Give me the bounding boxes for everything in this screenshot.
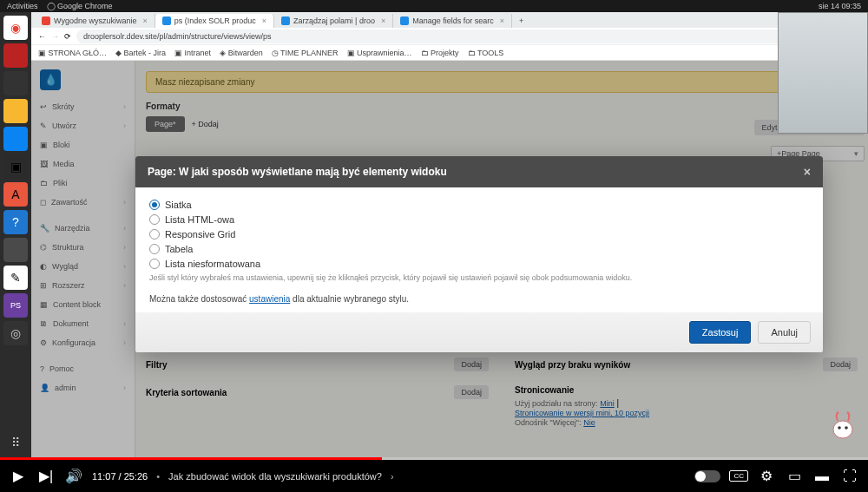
video-controls: ▶ ▶| 🔊 11:07 / 25:26 • Jak zbudować wido… [0,460,868,492]
bookmark-item[interactable]: 🗀 TOOLS [468,49,504,57]
modal-title: Page: W jaki sposób wyświetlane mają być… [148,166,447,178]
apply-button[interactable]: Zastosuj [689,321,752,344]
format-modal: Page: W jaki sposób wyświetlane mają być… [135,156,823,352]
app-indicator[interactable]: ◯ Google Chrome [47,2,113,10]
bookmark-item[interactable]: ◷ TIME PLANNER [272,49,339,57]
modal-header: Page: W jaki sposób wyświetlane mają być… [135,156,823,187]
url-input[interactable]: drooplersolr.ddev.site/pl/admin/structur… [76,30,787,43]
radio-icon [149,214,160,225]
dock-app-icon[interactable] [3,127,28,151]
dock-terminal-icon[interactable]: ▣ [3,154,28,179]
next-icon[interactable]: ▶| [36,467,56,486]
nav-fwd-icon[interactable]: → [51,32,59,41]
cancel-button[interactable]: Anuluj [758,321,811,344]
dock-phpstorm-icon[interactable]: PS [3,293,28,318]
reload-icon[interactable]: ⟳ [64,32,71,41]
play-icon[interactable]: ▶ [9,467,28,486]
ubuntu-topbar: Activities ◯ Google Chrome sie 14 09:35 [0,0,868,12]
bookmark-item[interactable]: 🗀 Projekty [421,49,459,57]
chrome-tabstrip: Wygodne wyszukiwanie× ps (Index SOLR pro… [31,12,868,28]
dock-chrome-icon[interactable]: ◉ [3,16,28,40]
dock-apps-icon[interactable]: ⠿ [3,430,28,455]
ubuntu-dock: ◉ ▣ A ? ✎ PS ◎ ⠿ [0,12,31,460]
fullscreen-icon[interactable]: ⛶ [840,467,859,486]
radio-option[interactable]: Responsive Grid [149,229,809,239]
bookmark-item[interactable]: ▣ STRONA GŁÓ… [38,49,107,57]
dock-app-icon[interactable] [3,238,28,262]
svg-point-2 [838,426,841,430]
close-icon[interactable]: × [500,16,504,25]
bookmark-item[interactable]: ◆ Bartek - Jira [115,49,166,57]
radio-option[interactable]: Lista HTML-owa [149,214,809,225]
radio-icon [149,244,160,254]
browser-tab[interactable]: Wygodne wyszukiwanie× [35,14,155,28]
close-icon[interactable]: × [142,16,147,25]
address-bar: ← → ⟳ drooplersolr.ddev.site/pl/admin/st… [31,28,868,45]
radio-icon [149,200,160,210]
close-icon[interactable]: × [381,16,385,25]
clock[interactable]: sie 14 09:35 [819,2,861,10]
modal-hint: Jeśli styl który wybrałeś ma ustawienia,… [149,273,809,282]
volume-icon[interactable]: 🔊 [64,467,83,486]
radio-option[interactable]: Lista niesformatowana [149,259,809,269]
svg-point-3 [845,426,848,430]
modal-paragraph: Można także dostosować ustawienia dla ak… [149,294,809,304]
dock-app-icon[interactable]: A [3,182,28,207]
chapter-next-icon[interactable]: › [391,471,394,482]
dock-app-icon[interactable] [3,43,28,68]
bookmark-item[interactable]: ▣ Usprawnienia… [347,49,412,57]
webcam-overlay [778,12,868,134]
bookmark-item[interactable]: ▣ Intranet [174,49,211,57]
dock-app-icon[interactable]: ✎ [3,266,28,290]
modal-footer: Zastosuj Anuluj [135,312,823,352]
miniplayer-icon[interactable]: ▭ [785,467,804,486]
radio-option[interactable]: Siatka [149,200,809,210]
dock-obs-icon[interactable]: ◎ [3,321,28,345]
browser-tab[interactable]: Manage fields for searc× [393,14,512,28]
activities-label[interactable]: Activities [7,2,38,10]
settings-icon[interactable]: ⚙ [757,467,776,486]
modal-close-icon[interactable]: × [804,165,811,179]
video-title: Jak zbudować widok dla wyszukiwarki prod… [168,471,382,482]
bookmarks-bar: ▣ STRONA GŁÓ… ◆ Bartek - Jira ▣ Intranet… [31,45,868,61]
browser-tab[interactable]: Zarządzaj polami | droo× [274,14,393,28]
radio-icon [149,229,160,239]
theatre-icon[interactable]: ▬ [812,467,832,486]
radio-icon [149,259,160,269]
mascot-icon[interactable] [830,409,856,440]
dock-app-icon[interactable] [3,99,28,123]
autoplay-toggle[interactable] [694,470,720,482]
new-tab-button[interactable]: + [512,14,530,28]
dock-help-icon[interactable]: ? [3,210,28,234]
cc-button[interactable]: CC [729,470,748,482]
drupal-page: 💧 ↩Skróty› ✎Utwórz› ▣Bloki 🖼Media 🗀Pliki… [31,61,868,460]
bookmark-item[interactable]: ◈ Bitwarden [220,49,263,57]
settings-link[interactable]: ustawienia [249,294,290,304]
video-time: 11:07 / 25:26 [92,471,148,482]
browser-tab[interactable]: ps (Index SOLR produc× [155,14,274,28]
close-icon[interactable]: × [262,16,266,25]
chrome-window: Wygodne wyszukiwanie× ps (Index SOLR pro… [31,12,868,460]
radio-option[interactable]: Tabela [149,244,809,254]
dock-app-icon[interactable] [3,71,28,95]
nav-back-icon[interactable]: ← [38,32,46,41]
